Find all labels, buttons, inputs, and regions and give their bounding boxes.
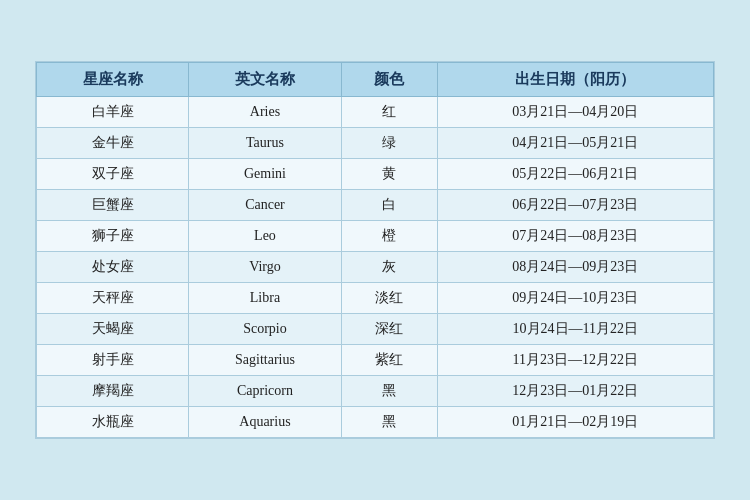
cell-1: Scorpio [189, 314, 341, 345]
cell-2: 深红 [341, 314, 437, 345]
table-row: 狮子座Leo橙07月24日—08月23日 [37, 221, 714, 252]
cell-0: 水瓶座 [37, 407, 189, 438]
table-row: 天秤座Libra淡红09月24日—10月23日 [37, 283, 714, 314]
cell-2: 红 [341, 97, 437, 128]
cell-1: Aries [189, 97, 341, 128]
cell-0: 巨蟹座 [37, 190, 189, 221]
table-header-row: 星座名称 英文名称 颜色 出生日期（阳历） [37, 63, 714, 97]
cell-2: 灰 [341, 252, 437, 283]
cell-1: Leo [189, 221, 341, 252]
cell-2: 淡红 [341, 283, 437, 314]
table-row: 处女座Virgo灰08月24日—09月23日 [37, 252, 714, 283]
cell-0: 白羊座 [37, 97, 189, 128]
cell-1: Virgo [189, 252, 341, 283]
cell-0: 狮子座 [37, 221, 189, 252]
cell-0: 双子座 [37, 159, 189, 190]
cell-1: Capricorn [189, 376, 341, 407]
cell-3: 01月21日—02月19日 [437, 407, 713, 438]
table-row: 天蝎座Scorpio深红10月24日—11月22日 [37, 314, 714, 345]
header-dates: 出生日期（阳历） [437, 63, 713, 97]
cell-3: 12月23日—01月22日 [437, 376, 713, 407]
cell-0: 射手座 [37, 345, 189, 376]
table-row: 巨蟹座Cancer白06月22日—07月23日 [37, 190, 714, 221]
header-english-name: 英文名称 [189, 63, 341, 97]
cell-2: 黑 [341, 407, 437, 438]
table-row: 水瓶座Aquarius黑01月21日—02月19日 [37, 407, 714, 438]
header-color: 颜色 [341, 63, 437, 97]
cell-3: 03月21日—04月20日 [437, 97, 713, 128]
table-body: 白羊座Aries红03月21日—04月20日金牛座Taurus绿04月21日—0… [37, 97, 714, 438]
table-row: 白羊座Aries红03月21日—04月20日 [37, 97, 714, 128]
cell-3: 05月22日—06月21日 [437, 159, 713, 190]
cell-1: Cancer [189, 190, 341, 221]
cell-2: 黑 [341, 376, 437, 407]
cell-0: 天秤座 [37, 283, 189, 314]
cell-3: 10月24日—11月22日 [437, 314, 713, 345]
cell-1: Taurus [189, 128, 341, 159]
cell-2: 橙 [341, 221, 437, 252]
zodiac-table: 星座名称 英文名称 颜色 出生日期（阳历） 白羊座Aries红03月21日—04… [36, 62, 714, 438]
cell-3: 09月24日—10月23日 [437, 283, 713, 314]
cell-3: 07月24日—08月23日 [437, 221, 713, 252]
cell-0: 天蝎座 [37, 314, 189, 345]
table-row: 金牛座Taurus绿04月21日—05月21日 [37, 128, 714, 159]
cell-1: Sagittarius [189, 345, 341, 376]
table-row: 摩羯座Capricorn黑12月23日—01月22日 [37, 376, 714, 407]
cell-1: Aquarius [189, 407, 341, 438]
table-row: 双子座Gemini黄05月22日—06月21日 [37, 159, 714, 190]
cell-2: 黄 [341, 159, 437, 190]
table-row: 射手座Sagittarius紫红11月23日—12月22日 [37, 345, 714, 376]
cell-0: 摩羯座 [37, 376, 189, 407]
cell-1: Gemini [189, 159, 341, 190]
header-chinese-name: 星座名称 [37, 63, 189, 97]
cell-3: 08月24日—09月23日 [437, 252, 713, 283]
cell-2: 白 [341, 190, 437, 221]
cell-2: 绿 [341, 128, 437, 159]
zodiac-table-container: 星座名称 英文名称 颜色 出生日期（阳历） 白羊座Aries红03月21日—04… [35, 61, 715, 439]
cell-3: 06月22日—07月23日 [437, 190, 713, 221]
cell-3: 04月21日—05月21日 [437, 128, 713, 159]
cell-3: 11月23日—12月22日 [437, 345, 713, 376]
cell-1: Libra [189, 283, 341, 314]
cell-0: 金牛座 [37, 128, 189, 159]
cell-0: 处女座 [37, 252, 189, 283]
cell-2: 紫红 [341, 345, 437, 376]
